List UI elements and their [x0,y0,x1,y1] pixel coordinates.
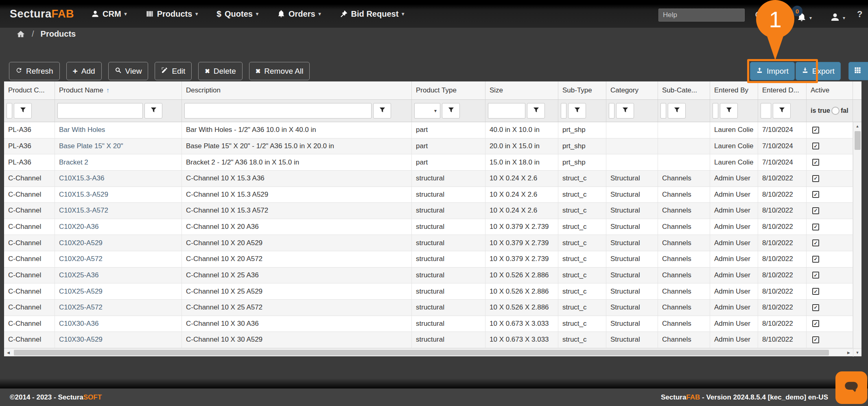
filter-input-product-name[interactable] [57,103,143,119]
import-button[interactable]: Import [750,62,795,80]
cell-name[interactable]: C10X15.3-A529 [55,187,182,203]
cell-name[interactable]: C10X25-A572 [55,300,182,316]
column-header-product-type[interactable]: Product Type [412,81,485,99]
vertical-scrollbar[interactable]: ▲ [853,122,861,348]
remove-all-button[interactable]: ✖ Remove All [249,62,310,80]
nav-menu-quotes[interactable]: $ Quotes ▾ [216,9,258,19]
scroll-down-button[interactable]: ▼ [853,349,861,357]
columns-button[interactable]: ▾ [848,62,868,80]
table-row[interactable]: C-ChannelC10X20-A572C-Channel 10 X 20 A5… [4,251,853,268]
filter-input-size[interactable] [488,103,525,119]
active-checkbox[interactable]: ✓ [812,224,819,230]
active-checkbox[interactable]: ✓ [812,127,819,134]
filter-button-description[interactable] [373,103,391,119]
horizontal-scrollbar-track[interactable] [13,349,844,357]
filter-input-entered-date[interactable] [761,103,771,119]
column-header-category[interactable]: Category [606,81,658,99]
table-row[interactable]: PL-A36Bracket 2Bracket 2 - 1/2" A36 18.0… [4,154,853,171]
scroll-left-button[interactable]: ◀ [4,349,13,357]
column-header-entered-date[interactable]: Entered D... [758,81,807,99]
scroll-right-button[interactable]: ▶ [844,349,853,357]
filter-button-sub-type[interactable] [568,103,586,119]
active-checkbox[interactable]: ✓ [812,207,819,214]
nav-menu-orders[interactable]: Orders ▾ [277,9,321,19]
filter-button-product-type[interactable] [442,103,460,119]
active-checkbox[interactable]: ✓ [812,320,819,327]
help-icon[interactable]: ? [857,9,862,20]
cell-name[interactable]: C10X20-A36 [55,219,182,235]
vertical-scrollbar-thumb[interactable] [855,131,861,150]
home-icon[interactable] [16,30,25,39]
filter-input-description[interactable] [184,103,372,119]
table-row[interactable]: C-ChannelC10X20-A529C-Channel 10 X 20 A5… [4,235,853,251]
active-checkbox[interactable]: ✓ [812,175,819,182]
cell-name[interactable]: Bracket 2 [55,154,182,170]
column-header-size[interactable]: Size [485,81,558,99]
filter-input-category[interactable] [609,103,614,119]
cell-name[interactable]: C10X25-A529 [55,283,182,299]
scroll-up-button[interactable]: ▲ [853,122,862,130]
filter-button-product-code[interactable] [14,103,32,119]
nav-menu-products[interactable]: Products ▾ [146,9,198,19]
active-checkbox[interactable]: ✓ [812,336,819,343]
filter-button-entered-by[interactable] [720,103,738,119]
column-header-sub-category[interactable]: Sub-Cate... [658,81,710,99]
nav-menu-bid-request[interactable]: Bid Request ▾ [340,9,404,19]
active-checkbox[interactable]: ✓ [812,143,819,149]
chat-button[interactable] [835,371,867,404]
cell-name[interactable]: C10X30-A529 [55,332,182,348]
filter-select-product-type[interactable]: ▾ [414,103,440,119]
nav-menu-crm[interactable]: CRM ▾ [91,9,127,19]
table-row[interactable]: C-ChannelC10X30-A36C-Channel 10 X 30 A36… [4,316,853,332]
filter-input-sub-category[interactable] [660,103,666,119]
export-button[interactable]: Export [796,62,841,80]
table-row[interactable]: C-ChannelC10X15.3-A36C-Channel 10 X 15.3… [4,171,853,187]
filter-button-sub-category[interactable] [668,103,686,119]
table-row[interactable]: C-ChannelC10X25-A572C-Channel 10 X 25 A5… [4,300,853,316]
table-row[interactable]: PL-A36Base Plate 15" X 20"Base Plate 15"… [4,138,853,155]
add-button[interactable]: + Add [66,62,102,80]
view-button[interactable]: View [108,62,149,80]
refresh-button[interactable]: Refresh [9,62,60,80]
cell-name[interactable]: C10X30-A36 [55,316,182,332]
column-header-product-name[interactable]: Product Name↑ [55,81,182,99]
active-checkbox[interactable]: ✓ [812,272,819,279]
search-icon[interactable] [754,11,764,20]
column-header-active[interactable]: Active [807,81,853,99]
table-row[interactable]: C-ChannelC10X25-A529C-Channel 10 X 25 A5… [4,283,853,300]
table-row[interactable]: C-ChannelC10X25-A36C-Channel 10 X 25 A36… [4,268,853,284]
cell-name[interactable]: C10X15.3-A36 [55,171,182,187]
table-row[interactable]: C-ChannelC10X15.3-A529C-Channel 10 X 15.… [4,187,853,203]
column-header-entered-by[interactable]: Entered By [710,81,758,99]
active-checkbox[interactable]: ✓ [812,191,819,198]
filter-input-sub-type[interactable] [561,103,566,119]
active-checkbox[interactable]: ✓ [812,239,819,246]
active-checkbox[interactable]: ✓ [812,288,819,295]
active-checkbox[interactable]: ✓ [812,256,819,263]
table-row[interactable]: C-ChannelC10X30-A529C-Channel 10 X 30 A5… [4,332,853,348]
active-checkbox[interactable]: ✓ [812,159,819,166]
cell-name[interactable]: C10X25-A36 [55,268,182,283]
cell-name[interactable]: C10X20-A572 [55,251,182,267]
user-menu-button[interactable]: ▾ [830,12,845,24]
filter-button-entered-date[interactable] [773,103,791,119]
column-header-sub-type[interactable]: Sub-Type [558,81,606,99]
filter-button-size[interactable] [527,103,545,119]
horizontal-scrollbar-thumb[interactable] [14,350,829,356]
horizontal-scrollbar[interactable]: ◀ ▶ ▼ [4,348,861,356]
column-header-product-code[interactable]: Product C... [4,81,55,99]
delete-button[interactable]: ✖ Delete [198,62,243,80]
filter-button-product-name[interactable] [144,103,162,119]
edit-button[interactable]: Edit [155,62,192,80]
filter-button-category[interactable] [616,103,634,119]
cell-name[interactable]: Bar With Holes [55,122,182,138]
cell-name[interactable]: C10X20-A529 [55,235,182,251]
table-row[interactable]: PL-A36Bar With HolesBar With Holes - 1/2… [4,122,853,138]
radio-button[interactable] [831,107,840,115]
help-search-input[interactable] [658,9,745,22]
active-checkbox[interactable]: ✓ [812,304,819,311]
filter-input-entered-by[interactable] [713,103,718,119]
filter-input-product-code[interactable] [7,103,12,119]
table-row[interactable]: C-ChannelC10X15.3-A572C-Channel 10 X 15.… [4,203,853,219]
cell-name[interactable]: Base Plate 15" X 20" [55,138,182,154]
